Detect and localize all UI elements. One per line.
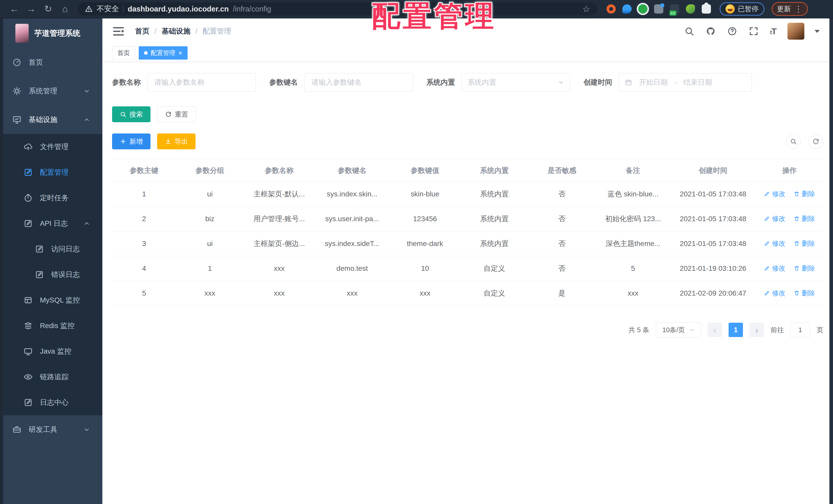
cell-name: 主框架页-侧边...	[244, 231, 315, 256]
edit-link[interactable]: 修改	[764, 289, 785, 298]
close-icon[interactable]: ×	[178, 50, 182, 56]
filter-key: 参数键名	[269, 73, 413, 92]
table-row: 4 1 xxx demo.test 10 自定义 否 5 2021-01-19 …	[112, 256, 823, 281]
edit-label: 修改	[772, 239, 785, 248]
edit-link[interactable]: 修改	[764, 190, 785, 198]
sidebar-item-system[interactable]: 系统管理	[0, 77, 102, 105]
cell-ops: 修改 删除	[756, 231, 823, 256]
pencil-icon	[764, 216, 770, 222]
edit-link[interactable]: 修改	[764, 264, 785, 273]
extensions-puzzle-icon[interactable]	[702, 4, 711, 14]
extension-icon[interactable]	[638, 4, 647, 14]
sidebar-item-config-manage[interactable]: 配置管理	[0, 159, 102, 185]
font-size-icon[interactable]: tT	[770, 26, 776, 36]
github-icon[interactable]	[706, 26, 716, 36]
chevron-down-icon	[84, 88, 90, 94]
delete-link[interactable]: 删除	[793, 264, 815, 273]
edit-link[interactable]: 修改	[764, 214, 785, 223]
reload-icon[interactable]: ↻	[41, 0, 56, 18]
add-button[interactable]: 新增	[112, 133, 150, 149]
user-avatar[interactable]	[787, 23, 804, 40]
search-button[interactable]: 搜索	[112, 106, 150, 122]
delete-link[interactable]: 删除	[793, 214, 815, 223]
cell-created: 2021-02-09 20:06:47	[670, 281, 756, 306]
builtin-type-select[interactable]: 系统内置	[462, 73, 570, 92]
sidebar-item-api-log[interactable]: API 日志	[0, 211, 102, 236]
monitor-chart-icon	[12, 115, 22, 124]
tag-config-active[interactable]: 配置管理 ×	[139, 46, 188, 59]
delete-link[interactable]: 删除	[793, 239, 815, 248]
sidebar-item-access-log[interactable]: 访问日志	[0, 236, 102, 262]
sidebar-item-dev-tools[interactable]: 研发工具	[0, 415, 102, 444]
edit-label: 修改	[772, 190, 785, 198]
export-button[interactable]: 导出	[157, 133, 195, 149]
next-page-button[interactable]: ›	[749, 323, 764, 337]
back-icon[interactable]: ←	[7, 0, 22, 18]
sidebar-item-error-log[interactable]: 错误日志	[0, 262, 102, 287]
sidebar-item-file-manage[interactable]: 文件管理	[0, 134, 102, 159]
extension-cn-icon[interactable]	[670, 4, 679, 14]
edit-label: 修改	[772, 214, 785, 223]
current-page[interactable]: 1	[729, 323, 743, 337]
url-path[interactable]: /infra/config	[233, 5, 271, 13]
window-right-edge	[829, 19, 833, 504]
security-label[interactable]: 不安全	[97, 4, 119, 14]
date-range-picker[interactable]: 开始日期 - 结束日期	[619, 73, 752, 92]
breadcrumb-infra[interactable]: 基础设施	[162, 26, 190, 36]
table-row: 2 biz 用户管理-账号... sys.user.init-pa... 123…	[112, 207, 823, 231]
refresh-table-button[interactable]	[808, 134, 823, 149]
delete-label: 删除	[802, 264, 815, 273]
home-icon[interactable]: ⌂	[57, 0, 73, 18]
sidebar-item-log-center[interactable]: 日志中心	[0, 390, 102, 415]
url-host[interactable]: dashboard.yudao.iocoder.cn	[128, 5, 229, 13]
fullscreen-icon[interactable]	[748, 26, 759, 36]
bookmark-star-icon[interactable]: ☆	[582, 4, 590, 14]
param-key-input[interactable]	[305, 73, 413, 92]
forward-icon[interactable]: →	[24, 0, 39, 18]
breadcrumb-home[interactable]: 首页	[135, 26, 149, 36]
edit-label: 修改	[772, 289, 785, 298]
extension-icon[interactable]	[606, 4, 616, 14]
chevron-up-icon	[84, 116, 90, 123]
filter-label: 参数键名	[269, 77, 298, 87]
breadcrumb-separator: /	[154, 27, 157, 35]
col-header: 参数分组	[176, 159, 244, 182]
logo-image	[15, 24, 29, 43]
chevron-down-icon	[689, 327, 694, 333]
edit-square-icon	[24, 168, 33, 177]
sidebar-item-redis-monitor[interactable]: Redis 监控	[0, 313, 102, 338]
reset-button[interactable]: 重置	[157, 106, 196, 122]
sidebar-item-trace[interactable]: 链路追踪	[0, 364, 102, 390]
prev-page-button[interactable]: ‹	[708, 323, 722, 337]
edit-square-icon	[35, 270, 44, 279]
page-size-select[interactable]: 10条/页	[656, 322, 701, 337]
tag-label: 首页	[117, 49, 130, 57]
sidebar-item-infra[interactable]: 基础设施	[0, 105, 102, 134]
extension-pin-icon[interactable]	[622, 4, 632, 14]
toggle-search-button[interactable]	[786, 134, 801, 149]
button-label: 导出	[174, 137, 188, 146]
sidebar-item-cron-job[interactable]: 定时任务	[0, 185, 102, 211]
sidebar-collapse-icon[interactable]	[113, 27, 124, 35]
goto-page-input[interactable]	[790, 323, 810, 337]
extension-icon[interactable]	[654, 4, 663, 14]
param-name-input[interactable]	[147, 73, 256, 92]
search-icon[interactable]	[684, 26, 694, 36]
tag-home[interactable]: 首页	[112, 46, 135, 59]
caret-down-icon[interactable]	[812, 26, 822, 36]
browser-update-button[interactable]: 更新 ⋮	[771, 2, 808, 16]
sidebar-logo[interactable]: 芋道管理系统	[0, 19, 102, 48]
menu-dots-icon[interactable]: ⋮	[794, 4, 803, 14]
extensions-row	[606, 4, 711, 14]
sidebar-item-home[interactable]: 首页	[0, 48, 102, 77]
paused-badge[interactable]: 已暂停	[720, 2, 764, 16]
help-icon[interactable]	[727, 26, 737, 36]
delete-link[interactable]: 删除	[793, 190, 815, 198]
extension-icon[interactable]	[686, 4, 695, 14]
address-bar[interactable]: 不安全 dashboard.yudao.iocoder.cn /infra/co…	[78, 2, 597, 16]
delete-link[interactable]: 删除	[793, 289, 815, 298]
edit-link[interactable]: 修改	[764, 239, 785, 248]
sidebar-item-mysql-monitor[interactable]: MySQL 监控	[0, 287, 102, 313]
cell-id: 3	[112, 231, 176, 256]
sidebar-item-java-monitor[interactable]: Java 监控	[0, 338, 102, 364]
